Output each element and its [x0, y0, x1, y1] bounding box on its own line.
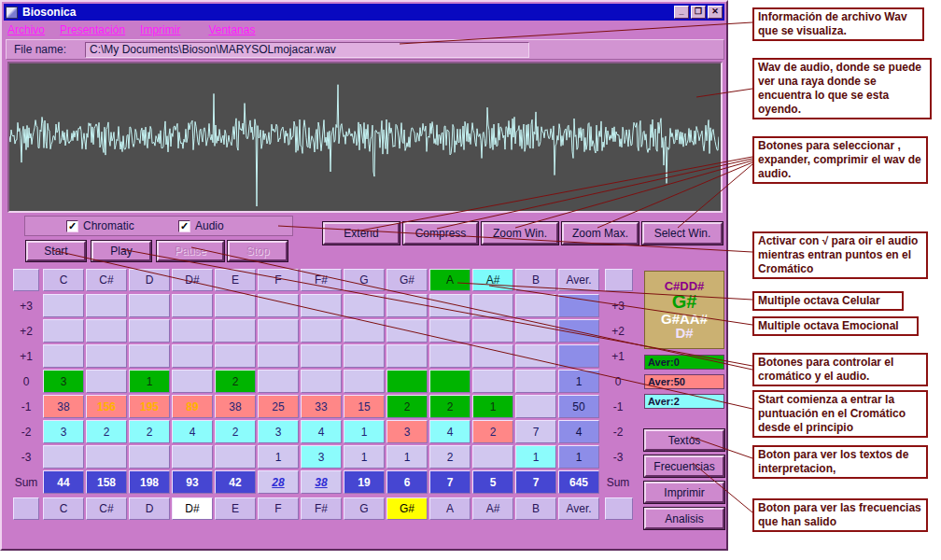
waveform-display[interactable] — [7, 62, 723, 213]
grid-cell — [258, 319, 299, 343]
select-win-button[interactable]: Select Win. — [642, 222, 723, 245]
grid-cell — [172, 370, 213, 393]
grid-cell: 1 — [344, 445, 385, 469]
grid-cell: 2 — [429, 395, 470, 418]
column-header-Aver.[interactable]: Aver. — [558, 269, 599, 291]
grid-cell: 3 — [301, 445, 342, 469]
note-footer-G#[interactable]: G# — [386, 497, 428, 520]
note-footer-E[interactable]: E — [215, 497, 256, 520]
row-label-right: +3 — [605, 294, 631, 317]
grid-cell — [386, 344, 428, 368]
maximize-icon[interactable]: ❐ — [691, 6, 706, 19]
chromatic-checkbox[interactable]: ✓ Chromatic — [66, 219, 134, 232]
note-footer-F#[interactable]: F# — [301, 497, 342, 520]
grid-cell — [515, 395, 556, 418]
app-window: Biosonica _ ❐ ✕ Archivo Presentación Imp… — [0, 0, 728, 551]
column-header-C[interactable]: C — [43, 269, 84, 291]
column-header-G[interactable]: G — [344, 269, 385, 291]
note-footer-D#[interactable]: D# — [172, 497, 213, 520]
column-header-B[interactable]: B — [515, 269, 556, 291]
grid-cell: 3 — [258, 420, 299, 443]
file-path-field[interactable]: C:\My Documents\Bioson\MARYSOLmojacar.wa… — [85, 42, 529, 58]
menu-archivo[interactable]: Archivo — [7, 23, 45, 36]
column-header-F#[interactable]: F# — [301, 269, 342, 291]
grid-cell — [472, 344, 513, 368]
pause-button[interactable]: Pause — [157, 241, 224, 261]
row-label-left: +2 — [13, 319, 39, 343]
annotation-9: Boton para ver los textos de interpretac… — [752, 445, 928, 479]
row-label-right: +2 — [605, 319, 631, 343]
note-footer-D[interactable]: D — [129, 497, 170, 520]
compress-button[interactable]: Compress — [403, 222, 478, 245]
grid-cell: 3 — [43, 370, 84, 393]
checkmark-icon[interactable]: ✓ — [178, 220, 190, 232]
grid-cell — [43, 294, 84, 317]
column-header-C#[interactable]: C# — [86, 269, 127, 291]
note-footer-B[interactable]: B — [515, 497, 556, 520]
grid-cell — [301, 319, 342, 343]
note-footer-F[interactable]: F — [258, 497, 299, 520]
audio-checkbox[interactable]: ✓ Audio — [178, 219, 224, 232]
column-header-D#[interactable]: D# — [172, 269, 213, 291]
column-header-E[interactable]: E — [215, 269, 256, 291]
stop-button[interactable]: Stop — [228, 241, 288, 261]
grid-cell: 7 — [515, 470, 556, 494]
annotation-3: Botones para seleccionar , expander, com… — [752, 136, 928, 184]
note-footer-A[interactable]: A — [429, 497, 470, 520]
checkmark-icon[interactable]: ✓ — [66, 220, 78, 232]
column-header-A#[interactable]: A# — [472, 269, 513, 291]
title-bar: Biosonica _ ❐ ✕ — [4, 4, 724, 21]
column-header-A[interactable]: A — [429, 269, 470, 291]
grid-cell — [172, 344, 213, 368]
start-button[interactable]: Start — [26, 241, 86, 261]
grid-cell: 42 — [215, 470, 256, 494]
grid-cell: 89 — [172, 395, 213, 418]
minimize-icon[interactable]: _ — [674, 6, 689, 19]
grid-cell: 2 — [129, 420, 170, 443]
grid-cell — [301, 370, 342, 393]
analisis-button[interactable]: Analisis — [644, 508, 724, 529]
grid-cell: 195 — [129, 395, 170, 418]
grid-cell — [258, 344, 299, 368]
column-header-G#[interactable]: G# — [386, 269, 428, 291]
menu-ventanas[interactable]: Ventanas — [208, 23, 255, 36]
note-footer-A#[interactable]: A# — [472, 497, 513, 520]
menu-presentacion[interactable]: Presentación — [60, 23, 125, 36]
play-button[interactable]: Play — [91, 241, 151, 261]
grid-cell — [429, 370, 470, 393]
extend-button[interactable]: Extend — [323, 222, 400, 245]
note-footer-C#[interactable]: C# — [86, 497, 127, 520]
note-footer-G[interactable]: G — [344, 497, 385, 520]
checkbox-panel: ✓ Chromatic ✓ Audio — [24, 216, 293, 236]
column-header-D[interactable]: D — [129, 269, 170, 291]
note-footer-Aver.[interactable]: Aver. — [558, 497, 599, 520]
row-label-left: Sum — [13, 470, 39, 494]
grid-cell: 38 — [43, 395, 84, 418]
file-name-label: File name: — [14, 43, 66, 56]
grid-cell: 1 — [472, 395, 513, 418]
textos-button[interactable]: Textos — [644, 429, 724, 451]
menu-imprimir[interactable]: Imprimir — [140, 23, 180, 36]
note-footer-C[interactable]: C — [43, 497, 84, 520]
row-label-right: Sum — [605, 470, 631, 494]
grid-cell: 93 — [172, 470, 213, 494]
close-icon[interactable]: ✕ — [708, 6, 723, 19]
grid-cell — [43, 445, 84, 469]
grid-cell — [344, 294, 385, 317]
zoom-max-button[interactable]: Zoom Max. — [562, 222, 639, 245]
column-header-F[interactable]: F — [258, 269, 299, 291]
grid-cell — [215, 445, 256, 469]
row-label-left: -3 — [13, 445, 39, 469]
row-label-right: -2 — [605, 420, 631, 443]
grid-cell — [344, 344, 385, 368]
grid-cell: 25 — [258, 395, 299, 418]
imprimir-button[interactable]: Imprimir — [644, 482, 724, 503]
zoom-win-button[interactable]: Zoom Win. — [482, 222, 558, 245]
grid-cell — [86, 370, 127, 393]
frecuencias-button[interactable]: Frecuencias — [644, 455, 724, 477]
grid-cell: 1 — [558, 370, 599, 393]
grid-cell — [344, 370, 385, 393]
annotation-5: Multiple octava Celular — [752, 291, 904, 311]
grid-cell: 4 — [301, 420, 342, 443]
grid-cell: 645 — [558, 470, 599, 494]
